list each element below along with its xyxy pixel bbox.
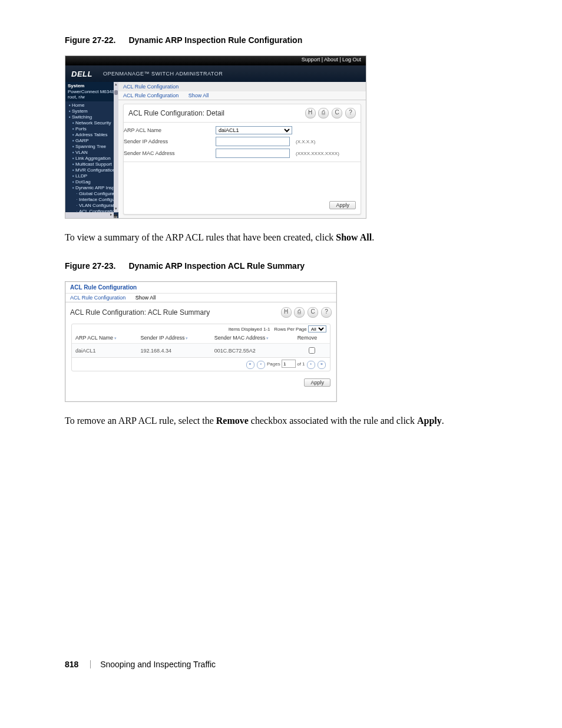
tree-node[interactable]: ▪Link Aggregation [68,156,117,162]
tree-node[interactable]: ▪MVR Configuration [68,167,117,173]
page-input[interactable] [282,360,296,368]
apply-button[interactable]: Apply [304,378,330,387]
print-icon[interactable]: ⎙ [318,108,329,118]
plus-icon: ▪ [71,162,75,167]
save-icon[interactable]: H [305,108,316,118]
tree-label: Global Configuration [79,191,117,196]
refresh-icon[interactable]: C [332,108,342,118]
cell-ip: 192.168.4.34 [137,344,211,358]
tree-label: Link Aggregation [75,156,111,161]
plus-icon: ▪ [68,108,72,114]
col-ip[interactable]: Sender IP Address▾ [137,332,211,344]
plus-icon: ▪ [71,126,75,132]
tree-scrollbar-v[interactable]: ▴▾ [114,82,118,212]
tree-label: Ports [75,126,87,131]
sender-mac-hint: (XXXX.XXXX.XXXX) [296,151,361,156]
dash-icon: · [75,203,79,209]
sender-ip-input[interactable] [216,137,290,146]
first-page-icon[interactable]: « [246,361,254,369]
tree-header: System PowerConnect M6348 root, r/w [65,82,118,101]
figure-title: Dynamic ARP Inspection Rule Configuratio… [128,35,302,45]
tree-scrollbar-h[interactable]: ▸ [65,212,114,218]
page-number: 818 [65,660,78,669]
tree-label: Spanning Tree [75,144,106,149]
save-icon[interactable]: H [281,307,292,318]
tree-label: Multicast Support [75,162,112,167]
page-footer: 818 Snooping and Inspecting Traffic [65,660,216,669]
tree-node[interactable]: ▪Ports [68,126,117,132]
dash-icon: · [75,191,79,197]
help-icon[interactable]: ? [321,307,332,318]
sender-ip-label: Sender IP Address [124,139,212,144]
screenshot-rule-summary: ACL Rule Configuration ACL Rule Configur… [65,281,337,402]
tree-node[interactable]: ▪LLDP [68,173,117,179]
tree-node[interactable]: ▪VLAN [68,150,117,156]
tree-device: PowerConnect M6348 [68,89,114,94]
plus-icon: ▪ [68,114,72,120]
next-page-icon[interactable]: › [307,361,315,369]
apply-button[interactable]: Apply [329,201,356,209]
tab-show-all[interactable]: Show All [135,295,156,301]
sender-mac-label: Sender MAC Address [124,150,212,156]
tree-node[interactable]: ▪Dynamic ARP Inspection [68,185,117,191]
remove-checkbox[interactable] [309,347,315,354]
tree-label: VLAN Configuration [79,203,117,208]
plus-icon: ▪ [71,173,75,179]
tree-node[interactable]: ▪Network Security [68,120,117,126]
figure-caption-2: Figure 27-23.Dynamic ARP Inspection ACL … [65,261,497,271]
plus-icon: ▪ [71,144,75,150]
tab-show-all[interactable]: Show All [189,93,209,98]
tree-node[interactable]: ·Global Configuration [68,191,117,197]
tree-node[interactable]: ▪Switching [68,114,117,120]
tree-node[interactable]: ▪Spanning Tree [68,144,117,150]
nav-tree[interactable]: System PowerConnect M6348 root, r/w ▪Hom… [65,82,118,218]
refresh-icon[interactable]: C [308,307,318,318]
figure-number: Figure 27-22. [65,35,115,45]
tree-label: LLDP [75,173,87,179]
arp-acl-name-select[interactable]: daiACL1 [216,126,292,134]
col-mac[interactable]: Sender MAC Address▾ [211,332,294,344]
plus-icon: ▪ [71,185,75,191]
last-page-icon[interactable]: » [318,361,326,369]
tree-node[interactable]: ▪Address Tables [68,132,117,138]
tree-node[interactable]: ▪Home [68,103,117,108]
tree-node[interactable]: ·Interface Configuration [68,197,117,203]
tab-detail[interactable]: ACL Rule Configuration [123,93,178,98]
sender-ip-hint: (X.X.X.X) [296,139,361,144]
tab-detail[interactable]: ACL Rule Configuration [70,295,125,301]
figure-caption-1: Figure 27-22.Dynamic ARP Inspection Rule… [65,35,497,45]
prev-page-icon[interactable]: ‹ [257,361,265,369]
card-title: ACL Rule Configuration: ACL Rule Summary [70,308,210,317]
tree-node[interactable]: ▪Dot1ag [68,179,117,185]
plus-icon: ▪ [71,156,75,162]
banner: DELL OPENMANAGE™ SWITCH ADMINISTRATOR [65,65,366,82]
help-icon[interactable]: ? [345,108,356,118]
tree-label: VLAN [75,150,88,155]
tree-label: Switching [72,114,92,120]
breadcrumb: ACL Rule Configuration [118,82,366,91]
rows-per-page-select[interactable]: All [308,325,326,332]
acl-rule-table: ARP ACL Name▾ Sender IP Address▾ Sender … [72,332,330,357]
print-icon[interactable]: ⎙ [294,307,305,318]
plus-icon: ▪ [71,138,75,144]
tree-node[interactable]: ·VLAN Configuration [68,203,117,209]
tree-node[interactable]: ▪Multicast Support [68,162,117,167]
cell-name: daiACL1 [72,344,137,358]
plus-icon: ▪ [71,179,75,185]
card-title: ACL Rule Configuration: Detail [128,109,224,117]
tree-title: System [68,83,116,89]
col-name[interactable]: ARP ACL Name▾ [72,332,137,344]
top-links[interactable]: Support | About | Log Out [65,56,366,65]
figure-title: Dynamic ARP Inspection ACL Rule Summary [128,261,305,271]
arp-acl-name-label: ARP ACL Name [124,127,212,133]
plus-icon: ▪ [71,132,75,138]
tree-user: root, r/w [68,94,85,100]
tree-node[interactable]: ▪System [68,108,117,114]
pages-label: Pages [267,361,280,367]
items-displayed: Items Displayed 1-1 [229,327,270,332]
table-row: daiACL1 192.168.4.34 001C.BC72.55A2 [72,344,330,358]
sender-mac-input[interactable] [216,149,290,158]
tree-node[interactable]: ▪GARP [68,138,117,144]
of-label: of 1 [297,361,305,367]
tree-label: Dynamic ARP Inspection [75,185,117,190]
